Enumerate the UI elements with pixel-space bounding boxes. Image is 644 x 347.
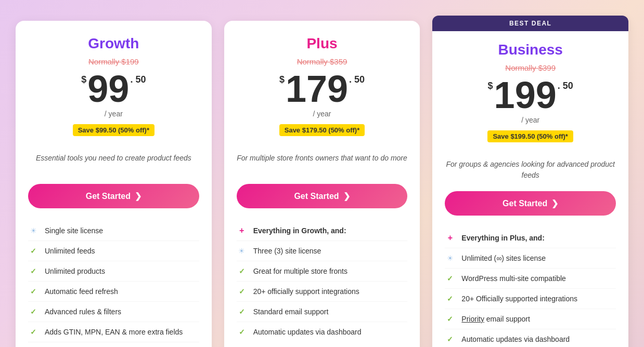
feature-text: WordPress multi-site compatible xyxy=(461,274,565,283)
check-icon: ✓ xyxy=(28,266,38,276)
check-icon: ✓ xyxy=(445,334,455,344)
feature-text: Unlimited feeds xyxy=(45,247,95,255)
feature-text: Single site license xyxy=(45,226,103,235)
underline-text: Priority xyxy=(461,315,484,323)
feature-text: Advanced rules & filters xyxy=(45,308,121,316)
feature-item: + Everything in Growth, and: xyxy=(237,221,408,241)
plan-description-business: For groups & agencies looking for advanc… xyxy=(445,159,616,181)
feature-list-growth: ☀ Single site license ✓ Unlimited feeds … xyxy=(28,221,199,347)
chevron-right-icon: ❯ xyxy=(343,191,350,201)
feature-text: Three (3) site license xyxy=(253,247,321,255)
plan-title-growth: Growth xyxy=(28,35,199,52)
pricing-container: GrowthNormally $199 $ 99 . 50 / year Sav… xyxy=(10,10,634,347)
feature-item: ✓ Automatic updates via dashboard xyxy=(445,329,616,347)
plan-card-plus: PlusNormally $359 $ 179 . 50 / year Save… xyxy=(224,21,420,347)
feature-text: 20+ Officially supported integrations xyxy=(461,295,577,303)
check-icon: ✓ xyxy=(237,327,247,337)
price-cents-business: . 50 xyxy=(558,81,573,91)
original-price-business: Normally $399 xyxy=(445,63,616,72)
feature-text: Everything in Plus, and: xyxy=(461,234,544,242)
original-price-plus: Normally $359 xyxy=(237,57,408,66)
feature-text: Automatic updates via dashboard xyxy=(253,328,362,336)
feature-list-business: + Everything in Plus, and: ☀ Unlimited (… xyxy=(445,228,616,347)
feature-item: ✓ Advanced rules & filters xyxy=(28,302,199,322)
feature-item: ✓ WordPress multi-site compatible xyxy=(445,269,616,289)
feature-list-plus: + Everything in Growth, and: ☀ Three (3)… xyxy=(237,221,408,342)
feature-text: Unlimited (∞) sites license xyxy=(461,254,546,262)
get-started-button-plus[interactable]: Get Started ❯ xyxy=(237,184,408,208)
plan-title-plus: Plus xyxy=(237,35,408,52)
check-icon: ✓ xyxy=(237,306,247,317)
chevron-right-icon: ❯ xyxy=(135,191,141,201)
price-row-plus: $ 179 . 50 xyxy=(237,70,408,108)
price-period-growth: / year xyxy=(28,110,199,118)
price-cents-growth: . 50 xyxy=(130,74,146,85)
feature-item: ✓ 20+ officially support integrations xyxy=(237,282,408,302)
feature-text: Adds GTIN, MPN, EAN & more extra fields xyxy=(45,328,183,336)
price-row-business: $ 199 . 50 xyxy=(445,76,616,114)
plan-title-business: Business xyxy=(445,42,616,58)
plan-description-growth: Essential tools you need to create produ… xyxy=(28,153,199,174)
check-icon: ✓ xyxy=(28,286,38,297)
price-row-growth: $ 99 . 50 xyxy=(28,70,199,108)
price-dollar-growth: $ xyxy=(81,74,86,85)
feature-item: ✓ Adds GTIN, MPN, EAN & more extra field… xyxy=(28,322,199,342)
save-row-plus: Save $179.50 (50% off)* xyxy=(237,124,408,144)
price-main-plus: 179 xyxy=(286,70,348,108)
check-icon: ✓ xyxy=(445,314,455,324)
plan-card-business: BEST DEALBusinessNormally $399 $ 199 . 5… xyxy=(432,16,628,347)
check-icon: ✓ xyxy=(28,306,38,317)
feature-item: ✓ Automatic updates via dashboard xyxy=(237,322,408,342)
feature-item: ✓ Unlimited products xyxy=(28,261,199,282)
feature-text: Automatic updates via dashboard xyxy=(461,335,570,343)
price-period-plus: / year xyxy=(237,110,408,118)
feature-text: Automatic feed refresh xyxy=(45,287,118,296)
plan-description-plus: For multiple store fronts owners that wa… xyxy=(237,153,408,174)
globe-icon: ☀ xyxy=(445,253,455,263)
check-icon: ✓ xyxy=(28,327,38,337)
feature-item: ✓ Standard email support xyxy=(28,342,199,347)
feature-item: ✓ 20+ Officially supported integrations xyxy=(445,289,616,309)
feature-item: ✓ Priority email support xyxy=(445,309,616,329)
price-dollar-business: $ xyxy=(488,81,493,91)
globe-icon: ☀ xyxy=(28,225,38,236)
feature-text: Everything in Growth, and: xyxy=(253,226,346,235)
save-badge-growth: Save $99.50 (50% off)* xyxy=(73,124,154,136)
price-period-business: / year xyxy=(445,116,616,124)
original-price-growth: Normally $199 xyxy=(28,57,199,66)
save-badge-business: Save $199.50 (50% off)* xyxy=(487,130,573,142)
price-main-growth: 99 xyxy=(87,70,129,108)
feature-item: ☀ Three (3) site license xyxy=(237,241,408,261)
price-dollar-plus: $ xyxy=(279,74,285,85)
save-row-growth: Save $99.50 (50% off)* xyxy=(28,124,199,144)
feature-text: Priority email support xyxy=(461,315,530,323)
chevron-right-icon: ❯ xyxy=(551,198,558,208)
check-icon: ✓ xyxy=(237,286,247,297)
plus-icon: + xyxy=(445,233,455,243)
save-badge-plus: Save $179.50 (50% off)* xyxy=(279,124,365,136)
feature-text: 20+ officially support integrations xyxy=(253,287,359,296)
feature-item: ✓ Standard email support xyxy=(237,302,408,322)
check-icon: ✓ xyxy=(445,293,455,304)
price-main-business: 199 xyxy=(494,76,557,114)
get-started-button-business[interactable]: Get Started ❯ xyxy=(445,191,616,216)
feature-item: ✓ Unlimited feeds xyxy=(28,241,199,261)
feature-text: Unlimited products xyxy=(45,267,105,275)
check-icon: ✓ xyxy=(237,266,247,276)
best-deal-banner: BEST DEAL xyxy=(432,16,628,31)
plus-icon: + xyxy=(237,225,247,236)
feature-text: Great for multiple store fronts xyxy=(253,267,347,275)
feature-item: ☀ Unlimited (∞) sites license xyxy=(445,248,616,269)
save-row-business: Save $199.50 (50% off)* xyxy=(445,130,616,151)
globe-icon: ☀ xyxy=(237,246,247,256)
get-started-button-growth[interactable]: Get Started ❯ xyxy=(28,184,199,208)
price-cents-plus: . 50 xyxy=(349,74,365,85)
feature-item: ✓ Great for multiple store fronts xyxy=(237,261,408,282)
plan-card-growth: GrowthNormally $199 $ 99 . 50 / year Sav… xyxy=(16,21,212,347)
feature-item: ✓ Automatic feed refresh xyxy=(28,282,199,302)
feature-item: + Everything in Plus, and: xyxy=(445,228,616,248)
feature-text: Standard email support xyxy=(253,308,329,316)
feature-item: ☀ Single site license xyxy=(28,221,199,241)
check-icon: ✓ xyxy=(445,273,455,284)
check-icon: ✓ xyxy=(28,246,38,256)
